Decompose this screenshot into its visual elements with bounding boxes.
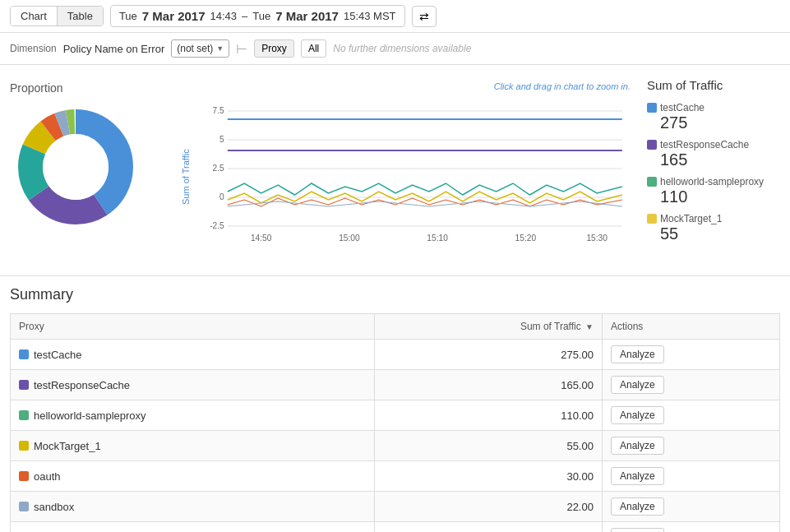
- traffic-value: 16.00: [374, 522, 602, 533]
- analyze-button[interactable]: Analyze: [611, 406, 664, 424]
- table-row: sandbox 22.00 Analyze: [11, 492, 780, 522]
- analyze-button[interactable]: Analyze: [611, 467, 664, 485]
- not-set-select[interactable]: (not set) ▼: [171, 39, 229, 58]
- no-dimensions-label: No further dimensions available: [333, 43, 471, 54]
- summary-section: Summary Proxy Sum of Traffic ▼ Actions: [0, 275, 790, 532]
- actions-cell: Analyze: [602, 522, 779, 533]
- date-2: 7 Mar 2017: [275, 9, 339, 23]
- dimension-label: Dimension: [10, 43, 57, 54]
- dropdown-arrow-icon: ▼: [216, 44, 224, 53]
- traffic-value: 165.00: [374, 370, 602, 400]
- chart-area: Proportion: [10, 75, 631, 266]
- legend-color-dot: [647, 103, 657, 113]
- table-row: oauth 30.00 Analyze: [11, 461, 780, 492]
- legend-title: Sum of Traffic: [647, 78, 780, 92]
- svg-text:-2.5: -2.5: [210, 221, 224, 230]
- actions-cell: Analyze: [602, 340, 779, 370]
- table-row: MockTarget_1 55.00 Analyze: [11, 431, 780, 461]
- time-2: 15:43 MST: [344, 10, 396, 22]
- legend-items: testCache 275 testResponseCache 165 hell…: [647, 102, 780, 243]
- sort-arrow-icon: ▼: [585, 322, 594, 331]
- svg-text:14:50: 14:50: [251, 234, 272, 243]
- traffic-value: 275.00: [374, 340, 602, 370]
- date-prefix-1: Tue: [119, 10, 137, 22]
- proxy-cell: oauth: [11, 461, 375, 492]
- table-row: helloworld-sampleproxy 110.00 Analyze: [11, 400, 780, 431]
- date-range[interactable]: Tue 7 Mar 2017 14:43 – Tue 7 Mar 2017 15…: [110, 5, 405, 27]
- proxy-button[interactable]: Proxy: [254, 39, 294, 58]
- zoom-hint: Click and drag in chart to zoom in.: [494, 81, 631, 91]
- line-chart-section: Click and drag in chart to zoom in. Sum …: [181, 81, 631, 259]
- traffic-column-header[interactable]: Sum of Traffic ▼: [374, 314, 602, 340]
- proxy-color-dot: [19, 410, 29, 420]
- svg-text:15:00: 15:00: [339, 234, 360, 243]
- actions-cell: Analyze: [602, 400, 779, 431]
- analyze-button[interactable]: Analyze: [611, 528, 664, 532]
- table-tab[interactable]: Table: [58, 7, 103, 25]
- svg-text:0: 0: [219, 192, 224, 201]
- proportion-section: Proportion: [10, 81, 174, 259]
- proxy-color-dot: [19, 441, 29, 451]
- traffic-value: 30.00: [374, 461, 602, 492]
- legend-color-dot: [647, 214, 657, 224]
- all-button[interactable]: All: [301, 39, 326, 58]
- proxy-name: testCache: [34, 349, 82, 361]
- legend-color-dot: [647, 177, 657, 187]
- analyze-button[interactable]: Analyze: [611, 345, 664, 363]
- proxy-cell: mgmtapi: [11, 522, 375, 533]
- actions-cell: Analyze: [602, 431, 779, 461]
- summary-table: Proxy Sum of Traffic ▼ Actions: [10, 313, 780, 532]
- proxy-name: oauth: [34, 470, 61, 483]
- proxy-color-dot: [19, 502, 29, 511]
- date-dash: –: [242, 10, 247, 22]
- proxy-cell: testCache: [11, 340, 375, 370]
- chart-wrapper: Sum of Traffic 7: [181, 95, 631, 259]
- summary-tbody: testCache 275.00 Analyze testResponseCac…: [11, 340, 780, 533]
- traffic-value: 110.00: [374, 400, 602, 431]
- proxy-name: sandbox: [34, 501, 74, 513]
- proxy-color-dot: [19, 349, 29, 359]
- actions-column-header: Actions: [602, 314, 779, 340]
- traffic-value: 22.00: [374, 492, 602, 522]
- legend-item: testResponseCache 165: [647, 139, 780, 169]
- policy-name-label: Policy Name on Error: [63, 43, 165, 55]
- actions-cell: Analyze: [602, 370, 779, 400]
- svg-text:2.5: 2.5: [213, 164, 225, 173]
- date-prefix-2: Tue: [252, 10, 270, 22]
- proportion-title: Proportion: [10, 81, 174, 95]
- chart-tab[interactable]: Chart: [11, 7, 58, 25]
- hierarchy-icon: ⊢: [236, 41, 247, 57]
- legend-item: helloworld-sampleproxy 110: [647, 176, 780, 206]
- chart-inner[interactable]: 7.5 5 2.5 0 -2.5 14:50 15:00 15:10 1: [194, 95, 631, 259]
- legend-color-dot: [647, 140, 657, 150]
- svg-point-7: [43, 134, 109, 200]
- right-panel: Sum of Traffic testCache 275 testRespons…: [640, 75, 780, 266]
- y-axis-label: Sum of Traffic: [181, 95, 191, 259]
- proxy-name: helloworld-sampleproxy: [34, 409, 146, 422]
- svg-text:7.5: 7.5: [213, 106, 225, 115]
- svg-text:15:10: 15:10: [427, 234, 448, 243]
- proxy-cell: testResponseCache: [11, 370, 375, 400]
- donut-chart: [10, 101, 141, 233]
- summary-title: Summary: [10, 286, 780, 303]
- proxy-color-dot: [19, 471, 29, 481]
- proxy-color-dot: [19, 380, 29, 390]
- table-row: mgmtapi 16.00 Analyze: [11, 522, 780, 533]
- proxy-cell: MockTarget_1: [11, 431, 375, 461]
- date-1: 7 Mar 2017: [142, 9, 206, 23]
- legend-item: MockTarget_1 55: [647, 213, 780, 243]
- analyze-button[interactable]: Analyze: [611, 437, 664, 455]
- analyze-button[interactable]: Analyze: [611, 497, 664, 516]
- svg-text:5: 5: [219, 135, 224, 144]
- proxy-cell: helloworld-sampleproxy: [11, 400, 375, 431]
- traffic-value: 55.00: [374, 431, 602, 461]
- proxy-column-header: Proxy: [11, 314, 375, 340]
- table-row: testResponseCache 165.00 Analyze: [11, 370, 780, 400]
- legend-item: testCache 275: [647, 102, 780, 132]
- top-bar: Chart Table Tue 7 Mar 2017 14:43 – Tue 7…: [0, 0, 790, 33]
- proxy-cell: sandbox: [11, 492, 375, 522]
- refresh-button[interactable]: ⇄: [412, 6, 437, 27]
- svg-text:15:30: 15:30: [586, 234, 608, 243]
- analyze-button[interactable]: Analyze: [611, 376, 664, 394]
- time-1: 14:43: [210, 10, 238, 22]
